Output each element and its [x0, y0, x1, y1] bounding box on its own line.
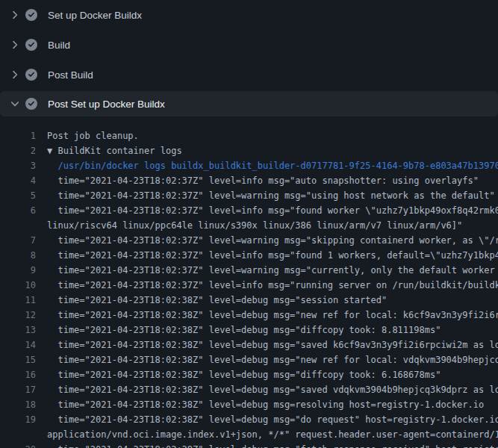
log-line: 6 time="2021-04-23T18:02:37Z" level=info…	[0, 203, 498, 218]
step-label: Post Build	[48, 69, 93, 81]
log-line: 17 time="2021-04-23T18:02:38Z" level=deb…	[0, 382, 498, 397]
step-label: Build	[48, 40, 70, 51]
line-text: time="2021-04-23T18:02:38Z" level=debug …	[47, 337, 498, 352]
log-line: 12 time="2021-04-23T18:02:38Z" level=deb…	[0, 308, 498, 323]
check-circle-icon	[25, 39, 37, 51]
line-text: time="2021-04-23T18:02:38Z" level=debug …	[47, 412, 498, 427]
log-line: 1 Post job cleanup.	[0, 128, 498, 143]
step-header-post-set-up-docker-buildx[interactable]: Post Set up Docker Buildx	[0, 91, 498, 116]
log-line: application/vnd.oci.image.index.v1+json,…	[0, 427, 498, 442]
line-number[interactable]: 13	[0, 323, 36, 337]
line-number[interactable]: 1	[0, 128, 36, 143]
step-label: Post Set up Docker Buildx	[48, 99, 165, 110]
line-number[interactable]: 9	[0, 263, 36, 278]
workflow-log-panel: Set up Docker Buildx Build	[0, 0, 498, 448]
log-line: 5 time="2021-04-23T18:02:37Z" level=warn…	[0, 188, 498, 203]
line-text: time="2021-04-23T18:02:38Z" level=debug …	[47, 293, 387, 308]
line-text: time="2021-04-23T18:02:38Z" level=debug …	[47, 382, 498, 397]
line-number[interactable]: 8	[0, 248, 36, 263]
line-text: time="2021-04-23T18:02:37Z" level=info m…	[47, 203, 498, 218]
line-number[interactable]: 17	[0, 382, 36, 397]
line-number[interactable]: 3	[0, 158, 36, 173]
log-line: 7 time="2021-04-23T18:02:37Z" level=warn…	[0, 233, 498, 248]
line-text: time="2021-04-23T18:02:38Z" level=debug …	[47, 308, 498, 323]
line-text: Post job cleanup.	[47, 128, 139, 143]
step-header-post-build[interactable]: Post Build	[0, 60, 498, 90]
line-number[interactable]: 4	[0, 173, 36, 188]
log-line: 3 /usr/bin/docker logs buildx_buildkit_b…	[0, 158, 498, 173]
line-number[interactable]: 7	[0, 233, 36, 248]
log-line: 11 time="2021-04-23T18:02:38Z" level=deb…	[0, 293, 498, 308]
log-line: 10 time="2021-04-23T18:02:37Z" level=inf…	[0, 278, 498, 293]
check-circle-icon	[25, 69, 37, 81]
line-text: time="2021-04-23T18:02:38Z" level=debug …	[47, 367, 441, 382]
log-line: 19 time="2021-04-23T18:02:38Z" level=deb…	[0, 412, 498, 427]
line-text: time="2021-04-23T18:02:37Z" level=warnin…	[47, 233, 498, 248]
line-number[interactable]	[0, 427, 36, 442]
line-text: time="2021-04-23T18:02:37Z" level=warnin…	[47, 263, 498, 278]
line-text: time="2021-04-23T18:02:38Z" level=debug …	[47, 352, 498, 367]
line-text: linux/riscv64 linux/ppc64le linux/s390x …	[47, 218, 462, 233]
check-circle-icon	[25, 9, 37, 21]
step-label: Set up Docker Buildx	[48, 10, 142, 21]
step-header-set-up-docker-buildx[interactable]: Set up Docker Buildx	[0, 0, 498, 30]
log-line: 4 time="2021-04-23T18:02:37Z" level=info…	[0, 173, 498, 188]
log-group-toggle[interactable]: ▼ BuildKit container logs	[47, 143, 182, 158]
line-number[interactable]: 6	[0, 203, 36, 218]
line-text: time="2021-04-23T18:02:37Z" level=info m…	[47, 173, 479, 188]
line-number[interactable]	[0, 218, 36, 233]
line-number[interactable]: 16	[0, 367, 36, 382]
line-text: application/vnd.oci.image.index.v1+json,…	[47, 427, 498, 442]
log-line: 16 time="2021-04-23T18:02:38Z" level=deb…	[0, 367, 498, 382]
line-text: time="2021-04-23T18:02:37Z" level=info m…	[47, 248, 498, 263]
line-text: time="2021-04-23T18:02:38Z" level=debug …	[47, 323, 441, 337]
chevron-right-icon	[9, 9, 21, 21]
log-line: 2 ▼ BuildKit container logs	[0, 143, 498, 158]
line-number[interactable]: 19	[0, 412, 36, 427]
log-line: 8 time="2021-04-23T18:02:37Z" level=info…	[0, 248, 498, 263]
log-line: 20 time="2021-04-23T18:02:38Z" level=deb…	[0, 442, 498, 448]
chevron-right-icon	[9, 39, 21, 51]
command-text: /usr/bin/docker logs buildx_buildkit_bui…	[47, 158, 498, 173]
line-number[interactable]: 2	[0, 143, 36, 158]
log-line: 14 time="2021-04-23T18:02:38Z" level=deb…	[0, 337, 498, 352]
log-line: 9 time="2021-04-23T18:02:37Z" level=warn…	[0, 263, 498, 278]
line-text: time="2021-04-23T18:02:37Z" level=warnin…	[47, 188, 495, 203]
chevron-down-icon	[9, 98, 21, 110]
log-line: 15 time="2021-04-23T18:02:38Z" level=deb…	[0, 352, 498, 367]
line-text: time="2021-04-23T18:02:37Z" level=info m…	[47, 278, 498, 293]
log-lines: 1 Post job cleanup. 2 ▼ BuildKit contain…	[0, 116, 498, 448]
step-header-build[interactable]: Build	[0, 30, 498, 60]
line-number[interactable]: 11	[0, 293, 36, 308]
line-number[interactable]: 18	[0, 397, 36, 412]
line-number[interactable]: 5	[0, 188, 36, 203]
steps-list: Set up Docker Buildx Build	[0, 0, 498, 116]
line-number[interactable]: 20	[0, 442, 36, 448]
line-text: time="2021-04-23T18:02:38Z" level=debug …	[47, 442, 498, 448]
line-number[interactable]: 12	[0, 308, 36, 323]
chevron-right-icon	[9, 69, 21, 81]
line-number[interactable]: 15	[0, 352, 36, 367]
log-line: 13 time="2021-04-23T18:02:38Z" level=deb…	[0, 323, 498, 337]
check-circle-icon	[25, 98, 37, 110]
line-text: time="2021-04-23T18:02:38Z" level=debug …	[47, 397, 484, 412]
log-line: 18 time="2021-04-23T18:02:38Z" level=deb…	[0, 397, 498, 412]
log-line: linux/riscv64 linux/ppc64le linux/s390x …	[0, 218, 498, 233]
line-number[interactable]: 10	[0, 278, 36, 293]
line-number[interactable]: 14	[0, 337, 36, 352]
